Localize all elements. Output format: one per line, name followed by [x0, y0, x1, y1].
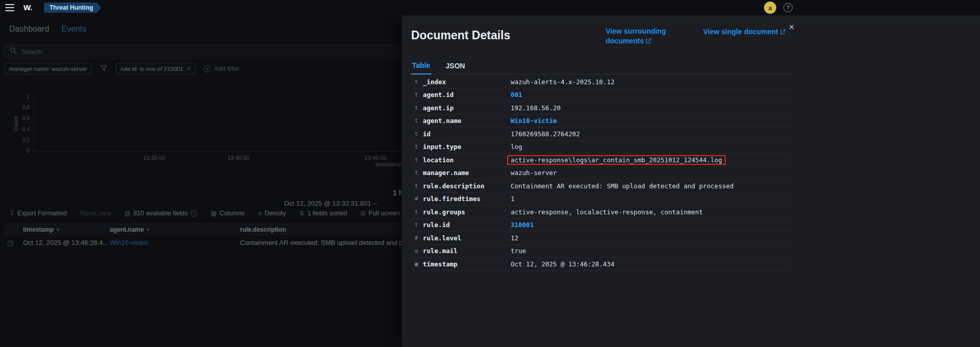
date-icon: ▣ — [415, 261, 423, 267]
field-name: input.type — [423, 143, 511, 151]
field-value: true — [511, 247, 526, 255]
string-icon: t — [415, 221, 423, 228]
document-field-row: t location active-response\logs\ar_conta… — [411, 154, 792, 167]
view-single-document-link[interactable]: View single document — [703, 27, 785, 37]
field-name: location — [423, 156, 511, 164]
field-value: 1760269588.2764202 — [511, 130, 580, 138]
document-field-row: ▣ timestamp Oct 12, 2025 @ 13:46:28.434 — [411, 258, 792, 271]
field-value: 12 — [511, 234, 518, 242]
field-value: log — [511, 143, 522, 151]
field-name: rule.mail — [423, 247, 511, 255]
field-value[interactable]: 001 — [511, 91, 522, 98]
document-field-row: # rule.level 12 — [411, 232, 792, 245]
document-field-row: t agent.id 001 — [411, 89, 792, 102]
field-name: rule.groups — [423, 208, 511, 216]
close-icon[interactable]: × — [785, 20, 798, 34]
tab-table[interactable]: Table — [411, 58, 432, 75]
field-name: rule.description — [423, 182, 511, 190]
field-name: rule.id — [423, 221, 511, 229]
string-icon: t — [415, 143, 423, 150]
menu-icon[interactable] — [5, 4, 14, 11]
field-name: rule.firedtimes — [423, 195, 511, 203]
string-icon: t — [415, 79, 423, 85]
document-field-row: t agent.ip 192.168.56.20 — [411, 102, 792, 115]
document-field-row: t input.type log — [411, 141, 792, 154]
field-value: active-response, localactive-response, c… — [511, 208, 703, 216]
field-value: active-response\logs\ar_contain_smb_2025… — [507, 155, 726, 165]
field-name: timestamp — [423, 260, 511, 268]
content-area: Dashboard Events manager.name: wazuh-ser… — [0, 15, 980, 347]
string-icon: t — [415, 209, 423, 215]
field-value: wazuh-server — [511, 169, 557, 177]
string-icon: t — [415, 169, 423, 176]
topbar: W. Threat Hunting a ? — [0, 0, 980, 15]
document-field-row: ◎ rule.mail true — [411, 245, 792, 258]
avatar[interactable]: a — [764, 2, 776, 14]
help-icon[interactable]: ? — [783, 3, 793, 12]
field-name: _index — [423, 78, 511, 86]
field-value[interactable]: 310001 — [511, 221, 534, 229]
external-link-icon — [646, 37, 651, 46]
field-name: manager.name — [423, 169, 511, 177]
string-icon: t — [415, 117, 423, 124]
string-icon: t — [415, 131, 423, 137]
field-value: 192.168.56.20 — [511, 104, 561, 112]
number-icon: # — [415, 195, 423, 202]
document-field-row: t manager.name wazuh-server — [411, 167, 792, 180]
flyout-tabs: Table JSON — [411, 58, 792, 75]
wazuh-logo[interactable]: W. — [23, 3, 33, 12]
field-name: agent.ip — [423, 104, 511, 112]
document-details-flyout: Document Details View surrounding docume… — [402, 15, 980, 347]
string-icon: t — [415, 183, 423, 189]
string-icon: t — [415, 91, 423, 98]
document-field-row: t rule.id 310001 — [411, 219, 792, 232]
wazuh-app: W. Threat Hunting a ? Dashboard Events m… — [0, 0, 980, 347]
document-field-row: # rule.firedtimes 1 — [411, 193, 792, 206]
document-fields-table: t _index wazuh-alerts-4.x-2025.10.12 t a… — [411, 76, 792, 271]
field-value: Oct 12, 2025 @ 13:46:28.434 — [511, 260, 614, 268]
view-surrounding-documents-link[interactable]: View surrounding documents — [606, 27, 670, 46]
field-name: id — [423, 130, 511, 138]
field-value[interactable]: Win10-victim — [511, 117, 557, 125]
number-icon: # — [415, 235, 423, 241]
field-value: 1 — [511, 195, 515, 203]
boolean-icon: ◎ — [415, 247, 423, 254]
string-icon: t — [415, 105, 423, 111]
breadcrumb[interactable]: Threat Hunting — [44, 3, 101, 13]
document-field-row: t rule.groups active-response, localacti… — [411, 206, 792, 219]
document-field-row: t _index wazuh-alerts-4.x-2025.10.12 — [411, 76, 792, 89]
field-value: Containment AR executed: SMB upload dete… — [511, 182, 734, 190]
document-field-row: t id 1760269588.2764202 — [411, 128, 792, 141]
string-icon: t — [415, 157, 423, 163]
field-value: wazuh-alerts-4.x-2025.10.12 — [511, 78, 614, 86]
document-field-row: t rule.description Containment AR execut… — [411, 180, 792, 193]
flyout-title: Document Details — [411, 29, 510, 42]
field-name: agent.id — [423, 91, 511, 98]
field-name: rule.level — [423, 234, 511, 242]
field-name: agent.name — [423, 117, 511, 125]
tab-json[interactable]: JSON — [445, 58, 466, 74]
document-field-row: t agent.name Win10-victim — [411, 115, 792, 128]
